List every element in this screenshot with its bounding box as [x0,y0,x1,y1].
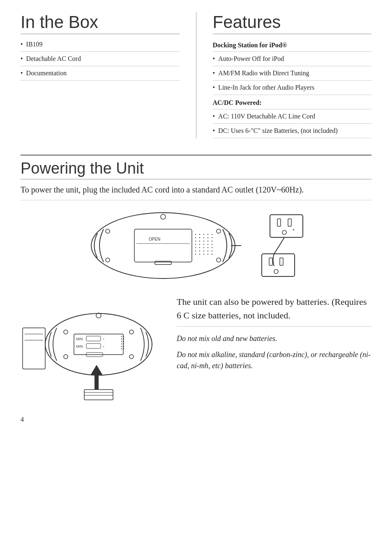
svg-rect-24 [203,254,204,255]
svg-rect-64 [86,336,101,341]
svg-point-53 [274,269,278,274]
svg-text:MIN: MIN [76,337,83,341]
svg-rect-9 [195,251,196,251]
svg-rect-84 [95,375,99,390]
svg-rect-44 [155,261,171,265]
list-item: IB109 [21,37,180,52]
list-item: DC: Uses 6-"C" size Batteries, (not incl… [213,124,372,138]
svg-rect-18 [203,234,204,235]
in-the-box-title: In the Box [21,12,180,34]
svg-rect-77 [121,346,122,347]
svg-rect-38 [212,254,212,255]
svg-point-0 [91,213,235,278]
svg-text:*: * [293,228,295,234]
svg-rect-67 [86,343,101,348]
svg-text:+: + [103,338,104,341]
device-top-view: OPEN [85,209,241,283]
svg-rect-20 [203,241,204,241]
svg-point-60 [64,355,68,359]
svg-rect-79 [121,348,122,349]
svg-point-43 [161,214,166,219]
svg-rect-32 [212,234,212,235]
list-item: AC: 110V Detachable AC Line Cord [213,109,372,124]
warning-2: Do not mix alkaline, standard (carbon-zi… [177,349,371,371]
svg-rect-31 [208,254,208,255]
svg-point-39 [106,229,110,233]
svg-rect-11 [199,234,200,235]
svg-rect-75 [121,343,122,344]
svg-point-57 [45,313,152,375]
plug-diagram: * [254,213,307,278]
docking-features-list: Auto-Power Off for iPod AM/FM Radio with… [213,52,372,95]
svg-rect-52 [280,258,283,265]
acdc-features-list: AC: 110V Detachable AC Line Cord DC: Use… [213,109,372,138]
svg-rect-30 [208,251,208,251]
svg-rect-16 [199,251,200,251]
list-item: Documentation [21,66,180,81]
powering-section: Powering the Unit To power the unit, plu… [21,155,371,423]
svg-rect-23 [203,251,204,251]
svg-rect-28 [208,244,208,245]
svg-rect-27 [208,241,208,241]
svg-point-58 [64,330,68,334]
svg-rect-7 [195,244,196,245]
svg-rect-51 [269,258,272,265]
svg-point-40 [217,229,221,233]
battery-info: The unit can also be powered by batterie… [168,295,371,376]
svg-rect-4 [195,234,196,235]
list-item: Auto-Power Off for iPod [213,52,372,66]
svg-rect-14 [199,244,200,245]
svg-rect-15 [199,247,200,248]
warning-1: Do not mix old and new batteries. [177,333,371,344]
svg-rect-85 [84,390,113,400]
svg-rect-8 [195,247,196,248]
in-the-box-list: IB109 Detachable AC Cord Documentation [21,37,180,81]
list-item: Line-In Jack for other Audio Players [213,81,372,95]
powering-title: Powering the Unit [21,160,371,179]
page-number: 4 [21,416,371,423]
svg-rect-36 [212,247,212,248]
svg-text:MIN: MIN [76,344,83,348]
svg-rect-19 [203,237,204,238]
svg-rect-22 [203,247,204,248]
svg-point-42 [217,258,221,262]
svg-rect-78 [123,346,124,347]
device-battery-diagram: MIN + MIN + [21,295,156,404]
svg-rect-10 [195,254,196,255]
bottom-section: MIN + MIN + [21,295,371,404]
svg-rect-17 [199,254,200,255]
svg-point-61 [129,355,134,359]
svg-rect-1 [134,229,192,262]
acdc-heading: AC/DC Powered: [213,95,372,109]
list-item: AM/FM Radio with Direct Tuning [213,66,372,81]
svg-rect-13 [199,241,200,241]
docking-station-heading: Docking Station for iPod® [213,37,372,52]
in-the-box-section: In the Box IB109 Detachable AC Cord Docu… [21,12,196,138]
svg-rect-25 [208,234,208,235]
svg-rect-69 [121,336,122,337]
svg-rect-73 [121,341,122,342]
svg-rect-71 [121,339,122,339]
powering-description: To power the unit, plug the included AC … [21,183,371,200]
device-diagram-top: OPEN [21,209,371,283]
svg-rect-12 [199,237,200,238]
svg-rect-33 [212,237,212,238]
list-item: Detachable AC Cord [21,52,180,66]
svg-rect-37 [212,251,212,251]
svg-rect-72 [123,339,124,339]
svg-rect-26 [208,237,208,238]
svg-point-48 [282,230,286,234]
svg-rect-46 [277,219,281,226]
svg-rect-70 [123,336,124,337]
svg-rect-29 [208,247,208,248]
svg-point-41 [106,258,110,262]
svg-rect-47 [288,219,291,226]
svg-point-59 [129,330,134,334]
features-section: Features Docking Station for iPod® Auto-… [196,12,372,138]
battery-text: The unit can also be powered by batterie… [177,295,371,327]
features-title: Features [213,12,372,34]
svg-rect-35 [212,244,212,245]
svg-text:OPEN: OPEN [149,237,160,241]
svg-rect-5 [195,237,196,238]
svg-rect-50 [262,254,295,276]
